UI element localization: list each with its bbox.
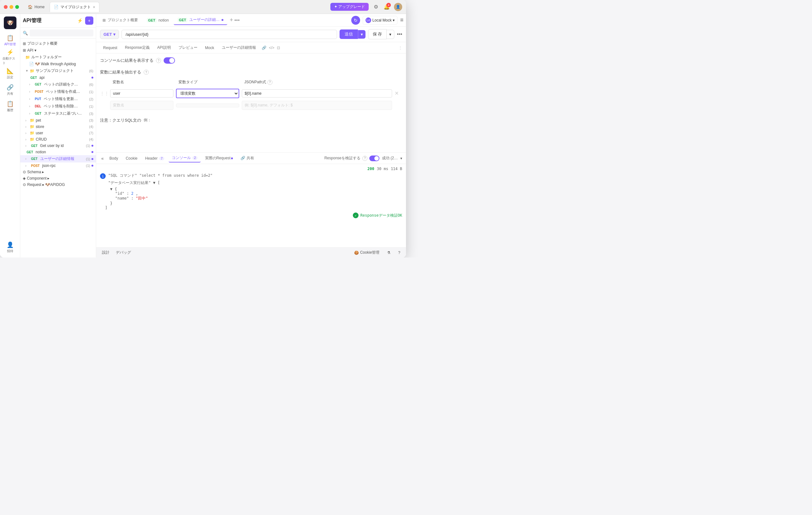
sidebar-item-history[interactable]: 📋 履歴: [3, 99, 18, 114]
save-dropdown-button[interactable]: ▾: [387, 30, 394, 39]
send-button[interactable]: 送信: [340, 29, 358, 39]
cookie-manage-button[interactable]: 🍪 Cookie管理: [352, 249, 381, 256]
method-select[interactable]: GET ▾: [100, 30, 119, 39]
delete-row-button[interactable]: ✕: [395, 91, 402, 96]
resize-handle[interactable]: ⋮: [398, 46, 402, 50]
var-type-select[interactable]: 環境変数 グローバル変数 ローカル変数: [176, 89, 239, 98]
avatar[interactable]: 👤: [394, 3, 402, 11]
tree-item-component[interactable]: ◈ Component ▸: [20, 175, 96, 182]
filter-button-status[interactable]: ⚗: [385, 250, 393, 255]
tree-item-pet-create[interactable]: › POST ペット情報を作成… (1): [20, 88, 96, 95]
validate-help-icon[interactable]: ?: [362, 156, 368, 161]
content-tab-overview[interactable]: ⊞ プロジェクト概要: [99, 16, 142, 25]
drag-handle-icon[interactable]: ⋮⋮: [100, 91, 108, 96]
search-box: 🔍: [20, 28, 96, 38]
sync-icon[interactable]: ↻: [351, 16, 360, 25]
tab-user-detail[interactable]: ユーザーの詳細情報: [219, 44, 259, 52]
tab-close-icon[interactable]: ✕: [93, 5, 95, 9]
split-view-icon[interactable]: ⊡: [277, 46, 280, 50]
bottom-tab-actual-request[interactable]: 実際のRequest: [202, 154, 236, 162]
chevron-down-icon-4[interactable]: ▾: [400, 156, 402, 161]
method-get-badge-5: GET: [25, 151, 34, 154]
var-name-placeholder[interactable]: 変数名: [110, 101, 173, 110]
tab-response-definition[interactable]: Response定義: [122, 44, 153, 52]
console-toggle[interactable]: [164, 57, 175, 64]
tab-api-description[interactable]: API説明: [154, 44, 174, 52]
mock-selector[interactable]: Lo Local Mock ▾: [362, 16, 398, 25]
sidebar-item-autotest[interactable]: ⚡ 自動テスト: [3, 49, 18, 64]
console-line-bracket-close: ]: [100, 206, 402, 210]
extract-help-icon[interactable]: ?: [144, 70, 149, 75]
sidebar-item-share[interactable]: 🔗 共有: [3, 82, 18, 98]
tab-home[interactable]: 🏠 Home: [24, 2, 49, 12]
question-mark-icon: ?: [398, 250, 400, 255]
note-example: 例：: [144, 117, 151, 123]
tree-item-schema[interactable]: ⊙ Schema ▸: [20, 169, 96, 175]
tree-item-request[interactable]: ⊙ Request ▸ 🐶APIDOG: [20, 182, 96, 188]
notification-button[interactable]: 🔔 4: [383, 3, 390, 10]
search-input[interactable]: [30, 29, 93, 36]
tab-mock[interactable]: Mock: [202, 44, 218, 51]
sidebar-item-invite[interactable]: 👤 招待: [3, 240, 18, 255]
tree-item-api[interactable]: ⊞ API ▾: [20, 47, 96, 54]
bottom-tab-body[interactable]: Body: [106, 155, 121, 162]
save-button[interactable]: 保 存: [368, 29, 387, 39]
send-dropdown-button[interactable]: ▾: [358, 30, 366, 38]
add-button[interactable]: +: [85, 17, 93, 25]
response-time: 30 ms: [377, 167, 388, 171]
add-tab-icon[interactable]: +: [230, 17, 233, 23]
minimize-button[interactable]: [9, 5, 13, 9]
bottom-tab-console[interactable]: コンソール 2: [169, 154, 201, 162]
tree-item-sample-project[interactable]: ▼ 📁 サンプルプロジェクト (6): [20, 67, 96, 75]
close-button[interactable]: [4, 5, 8, 9]
bottom-tab-cookie[interactable]: Cookie: [122, 155, 141, 162]
debug-mode-button[interactable]: デバッグ: [114, 249, 133, 256]
validate-switch[interactable]: [369, 156, 379, 161]
filter-button[interactable]: ⚡: [76, 17, 84, 25]
tree-item-root-folder[interactable]: 📁 ルートフォルダー: [20, 54, 96, 61]
help-button[interactable]: ?: [396, 250, 402, 255]
tab-request[interactable]: Request: [100, 44, 121, 51]
url-input[interactable]: [121, 30, 337, 39]
jsonpath-help-icon[interactable]: ?: [267, 80, 272, 85]
bottom-tab-header[interactable]: Header 7: [142, 155, 167, 162]
tree-item-walk-through[interactable]: 📄 🐶 Walk through Apidog: [20, 61, 96, 67]
tree-item-get-user-by-id[interactable]: › GET Get user by id (1): [20, 142, 96, 149]
titlebar-right: ✦ アップグレード ⚙ 🔔 4 👤: [330, 3, 402, 11]
tree-item-user-detail[interactable]: › GET ユーザーの詳細情報 (1): [20, 155, 96, 162]
tab-project[interactable]: 📄 マイプロジェクト ✕: [50, 2, 99, 12]
design-mode-button[interactable]: 設計: [100, 249, 111, 256]
code-icon[interactable]: </>: [269, 46, 274, 50]
jsonpath-input[interactable]: [242, 89, 392, 98]
tree-item-store[interactable]: › 📁 store (4): [20, 124, 96, 130]
tree-item-overview[interactable]: ⊞ プロジェクト概要: [20, 40, 96, 47]
tree-item-status[interactable]: › GET ステータスに基づい… (3): [20, 110, 96, 117]
tree-item-pet-detail[interactable]: › GET ペットの詳細をク… (6): [20, 81, 96, 88]
bottom-tab-share[interactable]: 🔗 共有: [237, 154, 257, 162]
tree-item-pet-update[interactable]: › PUT ペット情報を更新… (2): [20, 95, 96, 103]
link-icon[interactable]: 🔗: [262, 46, 266, 50]
console-help-icon[interactable]: ?: [156, 58, 161, 63]
tree-item-pet[interactable]: › 📁 pet (3): [20, 117, 96, 124]
upgrade-button[interactable]: ✦ アップグレード: [330, 3, 369, 11]
menu-icon[interactable]: ≡: [400, 17, 403, 23]
settings-button[interactable]: ⚙: [373, 3, 379, 10]
tree-item-api-get[interactable]: GET api: [20, 75, 96, 81]
more-options-button[interactable]: •••: [397, 31, 402, 37]
content-tab-get-notion[interactable]: GET notion: [143, 16, 172, 24]
tree-item-user[interactable]: › 📁 user (7): [20, 130, 96, 136]
tree-item-pet-delete[interactable]: › DEL ペット情報を削除… (1): [20, 103, 96, 110]
tree-item-crud[interactable]: › 📁 CRUD (4): [20, 136, 96, 142]
maximize-button[interactable]: [15, 5, 19, 9]
content-tab-user-detail[interactable]: GET ユーザーの詳細…: [174, 15, 227, 25]
method-label: GET: [104, 32, 112, 37]
tab-preview[interactable]: プレビュー: [175, 44, 201, 52]
tree-item-notion[interactable]: GET notion: [20, 149, 96, 155]
more-tabs-icon[interactable]: •••: [234, 18, 239, 23]
collapse-button[interactable]: «: [100, 155, 105, 162]
sidebar-item-api[interactable]: 📋 API管理: [3, 33, 18, 48]
sidebar-item-settings[interactable]: 📐 設定: [3, 66, 18, 81]
tree-item-json-rpc[interactable]: › POST json-rpc (1): [20, 162, 96, 169]
var-name-input[interactable]: [110, 89, 173, 98]
app-logo[interactable]: 🐶: [4, 17, 17, 29]
